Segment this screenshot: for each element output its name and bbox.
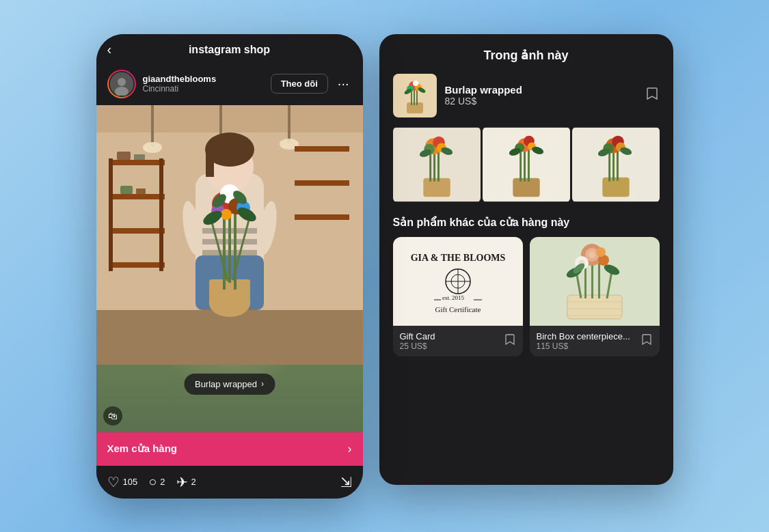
svg-rect-20 bbox=[120, 186, 133, 194]
birch-box-details: Birch Box centerpiece... 115 US$ bbox=[537, 331, 630, 351]
featured-product-name: Burlap wrapped bbox=[445, 84, 636, 96]
instagram-header: ‹ instagram shop bbox=[96, 34, 363, 63]
gift-card-details: Gift Card 25 US$ bbox=[400, 331, 435, 351]
profile-name: giaandtheblooms bbox=[143, 74, 264, 84]
back-button[interactable]: ‹ bbox=[107, 42, 112, 57]
svg-rect-86 bbox=[602, 177, 629, 197]
share-icon: ✈ bbox=[176, 474, 188, 490]
svg-rect-55 bbox=[416, 89, 418, 105]
right-panel: Trong ảnh này bbox=[379, 34, 673, 485]
svg-rect-14 bbox=[110, 228, 165, 234]
birch-box-price: 115 US$ bbox=[537, 341, 630, 351]
post-image: Burlap wrapped › 🛍 bbox=[96, 105, 363, 432]
like-count: 105 bbox=[123, 477, 138, 487]
gift-card-name: Gift Card bbox=[400, 331, 435, 341]
svg-rect-23 bbox=[295, 180, 349, 186]
svg-rect-4 bbox=[96, 105, 363, 132]
svg-point-120 bbox=[589, 251, 595, 258]
svg-rect-17 bbox=[159, 158, 163, 271]
svg-rect-64 bbox=[423, 178, 450, 197]
svg-rect-37 bbox=[223, 208, 226, 290]
comment-action[interactable]: ○ 2 bbox=[148, 474, 165, 490]
svg-rect-19 bbox=[134, 154, 145, 160]
svg-point-1 bbox=[118, 78, 126, 86]
svg-rect-12 bbox=[110, 160, 165, 165]
featured-product-price: 82 US$ bbox=[445, 96, 636, 107]
product-card-gift-card[interactable]: GIA & THE BLOOMS est. 2015 Gift Certific… bbox=[393, 237, 523, 356]
svg-point-127 bbox=[596, 247, 606, 257]
product-grid: GIA & THE BLOOMS est. 2015 Gift Certific… bbox=[393, 237, 660, 356]
birch-box-info: Birch Box centerpiece... 115 US$ bbox=[530, 326, 660, 356]
birch-box-bookmark[interactable] bbox=[640, 333, 653, 348]
avatar-image bbox=[110, 72, 133, 96]
svg-rect-56 bbox=[411, 90, 412, 105]
svg-rect-15 bbox=[110, 262, 165, 268]
comment-icon: ○ bbox=[148, 474, 157, 490]
svg-rect-16 bbox=[109, 158, 113, 271]
product-card-birch-box[interactable]: Birch Box centerpiece... 115 US$ bbox=[530, 237, 660, 356]
birch-box-image bbox=[530, 237, 660, 326]
view-store-label: Xem cửa hàng bbox=[107, 443, 178, 455]
svg-rect-18 bbox=[117, 152, 131, 160]
profile-info: giaandtheblooms Cincinnati bbox=[143, 74, 264, 94]
like-action[interactable]: ♡ 105 bbox=[107, 474, 138, 490]
bottom-actions: ♡ 105 ○ 2 ✈ 2 ⇲ bbox=[96, 466, 363, 499]
profile-row: giaandtheblooms Cincinnati Theo dõi ··· bbox=[96, 63, 363, 105]
gift-card-price: 25 US$ bbox=[400, 341, 435, 351]
featured-product: Burlap wrapped 82 US$ bbox=[393, 74, 660, 117]
shop-bag-icon: 🛍 bbox=[108, 410, 118, 421]
svg-rect-24 bbox=[295, 214, 349, 220]
svg-rect-21 bbox=[136, 188, 146, 194]
svg-rect-11 bbox=[96, 310, 363, 365]
svg-rect-114 bbox=[584, 264, 586, 298]
more-button[interactable]: ··· bbox=[335, 76, 352, 92]
shop-icon: 🛍 bbox=[103, 406, 122, 425]
svg-rect-13 bbox=[110, 194, 165, 199]
svg-rect-67 bbox=[429, 151, 431, 181]
svg-text:est.: est. bbox=[442, 294, 450, 301]
birch-box-name: Birch Box centerpiece... bbox=[537, 331, 630, 341]
svg-rect-36 bbox=[209, 279, 250, 307]
like-icon: ♡ bbox=[107, 474, 120, 490]
follow-button[interactable]: Theo dõi bbox=[271, 74, 328, 94]
grid-image-1[interactable] bbox=[393, 127, 481, 202]
shop-scene bbox=[96, 105, 363, 365]
product-image-grid bbox=[393, 127, 660, 202]
grid-image-3[interactable] bbox=[572, 127, 660, 202]
svg-point-6 bbox=[143, 142, 162, 153]
bookmark-icon[interactable]: ⇲ bbox=[340, 474, 352, 490]
gift-card-bookmark[interactable] bbox=[504, 333, 516, 348]
svg-text:GIA & THE BLOOMS: GIA & THE BLOOMS bbox=[410, 253, 505, 263]
gift-card-info: Gift Card 25 US$ bbox=[393, 326, 523, 356]
view-store-bar[interactable]: Xem cửa hàng › bbox=[96, 432, 363, 466]
phone-left: ‹ instagram shop bbox=[96, 34, 363, 499]
gift-card-image: GIA & THE BLOOMS est. 2015 Gift Certific… bbox=[393, 237, 523, 326]
grid-image-2[interactable] bbox=[483, 127, 570, 202]
product-tag[interactable]: Burlap wrapped › bbox=[184, 374, 275, 395]
comment-count: 2 bbox=[160, 477, 165, 487]
svg-point-47 bbox=[221, 209, 232, 220]
panel-title: Trong ảnh này bbox=[393, 48, 660, 63]
share-action[interactable]: ✈ 2 bbox=[176, 474, 196, 490]
other-products-title: Sản phẩm khác của cửa hàng này bbox=[393, 216, 660, 229]
featured-product-thumbnail bbox=[393, 74, 437, 117]
view-store-arrow: › bbox=[348, 442, 352, 456]
svg-rect-22 bbox=[295, 146, 349, 152]
profile-location: Cincinnati bbox=[143, 84, 264, 94]
header-title: instagram shop bbox=[189, 44, 270, 56]
svg-rect-29 bbox=[206, 150, 214, 177]
svg-rect-9 bbox=[288, 105, 291, 143]
featured-product-details: Burlap wrapped 82 US$ bbox=[445, 84, 636, 107]
svg-rect-75 bbox=[513, 178, 539, 197]
svg-rect-89 bbox=[608, 150, 610, 181]
featured-product-bookmark[interactable] bbox=[645, 86, 660, 104]
avatar[interactable] bbox=[107, 70, 136, 98]
svg-rect-5 bbox=[151, 105, 154, 146]
svg-text:Gift Certificate: Gift Certificate bbox=[435, 305, 481, 313]
svg-text:2015: 2015 bbox=[452, 294, 465, 301]
svg-point-60 bbox=[413, 81, 418, 86]
product-tag-label: Burlap wrapped bbox=[195, 379, 257, 389]
product-tag-arrow: › bbox=[261, 379, 264, 389]
svg-rect-115 bbox=[598, 261, 600, 298]
svg-rect-78 bbox=[520, 150, 522, 181]
